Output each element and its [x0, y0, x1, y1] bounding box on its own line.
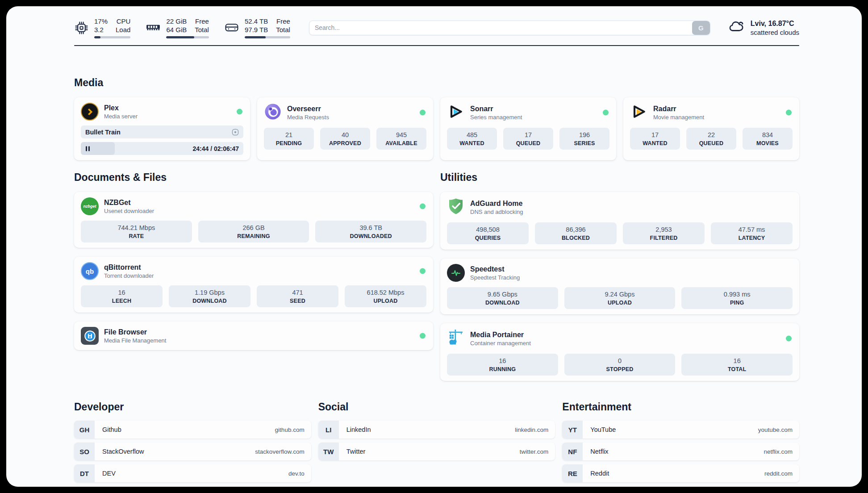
- bookmark-netflix[interactable]: NFNetflixnetflix.com: [562, 443, 799, 460]
- app-card-header: Media PortainerContainer management: [447, 329, 793, 348]
- app-name: qBittorrent: [104, 263, 154, 272]
- playback-progress-bar[interactable]: 24:44 / 02:06:47: [81, 142, 243, 155]
- app-subtitle: Container management: [470, 340, 531, 347]
- app-card-plex[interactable]: PlexMedia serverBullet Train24:44 / 02:0…: [74, 97, 250, 160]
- search-engine-button[interactable]: G: [692, 21, 710, 35]
- app-subtitle: Speedtest Tracking: [470, 274, 520, 281]
- status-dot-online: [420, 268, 426, 274]
- stat-tiles: 21PENDING40APPROVED945AVAILABLE: [264, 128, 426, 150]
- bookmark-list: GHGithubgithub.comSOStackOverflowstackov…: [74, 421, 311, 482]
- bookmark-abbr: GH: [74, 421, 95, 439]
- stat-tile-remaining: 266 GBREMAINING: [198, 221, 309, 242]
- hw-stat-cpu: 17%3.2CPULoad: [74, 17, 130, 38]
- stat-tile-wanted: 485WANTED: [447, 128, 497, 150]
- app-card-header: AdGuard HomeDNS and adblocking: [447, 197, 793, 217]
- section-title-media: Media: [74, 76, 799, 89]
- stat-label: LEECH: [83, 297, 161, 305]
- playback-time: 24:44 / 02:06:47: [192, 145, 239, 152]
- stat-tile-filtered: 2,953FILTERED: [623, 222, 705, 244]
- stat-value: 0.993 ms: [683, 290, 791, 298]
- app-card-file-browser[interactable]: File BrowserMedia File Management: [74, 322, 433, 350]
- bookmark-name: Github: [102, 426, 121, 433]
- stat-label: BLOCKED: [537, 234, 615, 242]
- stat-value: 485: [449, 131, 495, 139]
- adguard-icon: [447, 197, 465, 217]
- app-card-nzbget[interactable]: nzbgetNZBGetUsenet downloader744.21 Mbps…: [74, 192, 433, 248]
- app-card-speedtest[interactable]: SpeedtestSpeedtest Tracking9.65 GbpsDOWN…: [440, 259, 799, 314]
- app-card-header: qbqBittorrentTorrent downloader: [81, 262, 426, 280]
- stat-label: PENDING: [266, 140, 312, 147]
- bookmark-name: Twitter: [346, 448, 366, 455]
- stat-tile-latency: 47.57 msLATENCY: [711, 222, 793, 244]
- stat-tile-stopped: 0STOPPED: [564, 354, 676, 376]
- app-name: Speedtest: [470, 265, 520, 273]
- search-input[interactable]: [309, 21, 692, 35]
- section-title-social: Social: [318, 401, 555, 414]
- app-card-radarr[interactable]: RadarrMovie management17WANTED22QUEUED83…: [623, 97, 799, 160]
- now-playing-row[interactable]: Bullet Train: [81, 125, 243, 138]
- bookmark-linkedin[interactable]: LILinkedInlinkedin.com: [318, 421, 555, 439]
- app-card-media-portainer[interactable]: Media PortainerContainer management16RUN…: [440, 323, 799, 381]
- app-name: Media Portainer: [470, 330, 531, 339]
- hw-stat-ram: 22 GiB64 GiBFreeTotal: [146, 17, 209, 38]
- app-titles: File BrowserMedia File Management: [104, 328, 166, 344]
- app-subtitle: Series management: [470, 114, 522, 121]
- plex-icon: [81, 103, 99, 121]
- bookmark-github[interactable]: GHGithubgithub.com: [74, 421, 311, 439]
- nzbget-icon: nzbget: [81, 197, 99, 215]
- stat-label: UPLOAD: [346, 297, 425, 305]
- stat-value: 266 GB: [200, 224, 308, 232]
- status-dot-online: [786, 110, 792, 116]
- bookmark-url: twitter.com: [520, 448, 549, 455]
- bookmark-sections: DeveloperGHGithubgithub.comSOStackOverfl…: [74, 401, 799, 482]
- bookmark-url: youtube.com: [758, 426, 793, 433]
- bookmark-url: stackoverflow.com: [255, 448, 304, 455]
- stat-value: 86,396: [537, 226, 615, 234]
- bookmark-dev[interactable]: DTDEVdev.to: [74, 464, 311, 482]
- app-card-adguard-home[interactable]: AdGuard HomeDNS and adblocking498,508QUE…: [440, 192, 799, 250]
- stat-value: 22: [688, 131, 734, 139]
- stat-tile-total: 16TOTAL: [681, 354, 793, 376]
- stat-tiles: 9.65 GbpsDOWNLOAD9.24 GbpsUPLOAD0.993 ms…: [447, 287, 793, 309]
- app-subtitle: Torrent downloader: [104, 272, 154, 280]
- bookmark-name: LinkedIn: [346, 426, 371, 433]
- pause-icon[interactable]: [86, 146, 90, 151]
- app-card-header: PlexMedia server: [81, 103, 243, 121]
- stat-value: 40: [322, 131, 368, 139]
- bookmark-youtube[interactable]: YTYouTubeyoutube.com: [562, 421, 799, 439]
- stat-value: 16: [683, 357, 791, 365]
- stat-label: QUEUED: [505, 140, 551, 147]
- stat-tile-download: 1.19 GbpsDOWNLOAD: [169, 285, 250, 307]
- stat-tile-rate: 744.21 MbpsRATE: [81, 221, 192, 242]
- speedtest-icon: [447, 264, 465, 282]
- app-card-overseerr[interactable]: OverseerrMedia Requests21PENDING40APPROV…: [257, 97, 433, 160]
- sonarr-icon: [447, 103, 465, 122]
- status-dot-online: [420, 204, 426, 209]
- app-card-sonarr[interactable]: SonarrSeries management485WANTED17QUEUED…: [440, 97, 616, 160]
- stat-value: 498,508: [449, 226, 527, 234]
- stat-label: QUEUED: [688, 140, 734, 147]
- stat-label: SEED: [259, 297, 337, 305]
- section-title-utilities: Utilities: [440, 171, 799, 184]
- bookmark-url: github.com: [275, 426, 305, 433]
- hw-stat-disk: 52.4 TB97.9 TBFreeTotal: [224, 17, 290, 38]
- search-box: G: [309, 21, 710, 35]
- hw-labels: CPULoad: [116, 17, 130, 34]
- stat-value: 17: [632, 131, 678, 139]
- documents-cards: nzbgetNZBGetUsenet downloader744.21 Mbps…: [74, 192, 433, 350]
- bookmark-stackoverflow[interactable]: SOStackOverflowstackoverflow.com: [74, 443, 311, 460]
- hw-stat-body: 22 GiB64 GiBFreeTotal: [166, 17, 209, 38]
- app-card-qbittorrent[interactable]: qbqBittorrentTorrent downloader16LEECH1.…: [74, 257, 433, 313]
- stat-label: STOPPED: [566, 366, 674, 373]
- weather-widget[interactable]: Lviv, 16.87°C scattered clouds: [727, 18, 799, 38]
- bookmark-list: YTYouTubeyoutube.comNFNetflixnetflix.com…: [562, 421, 799, 482]
- stat-label: DOWNLOADED: [317, 233, 425, 240]
- stat-tiles: 744.21 MbpsRATE266 GBREMAINING39.6 TBDOW…: [81, 221, 426, 242]
- app-subtitle: DNS and adblocking: [470, 209, 523, 216]
- stat-value: 17: [505, 131, 551, 139]
- stat-value: 196: [561, 131, 608, 139]
- stat-tile-wanted: 17WANTED: [630, 128, 680, 150]
- bookmark-twitter[interactable]: TWTwittertwitter.com: [318, 443, 555, 460]
- app-card-header: File BrowserMedia File Management: [81, 327, 426, 345]
- bookmark-reddit[interactable]: RERedditreddit.com: [562, 464, 799, 482]
